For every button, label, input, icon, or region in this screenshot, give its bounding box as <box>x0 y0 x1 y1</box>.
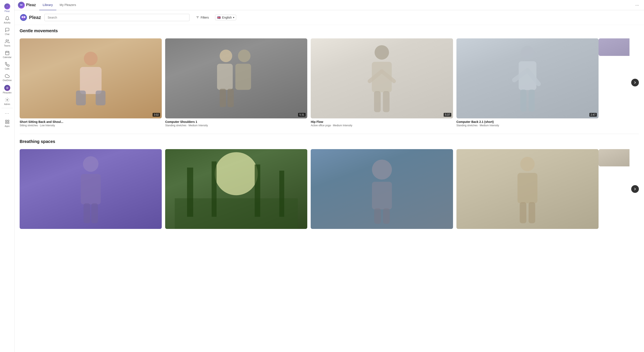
video-card-bs3[interactable] <box>311 149 453 229</box>
video-card-gm2[interactable]: 5:31 Computer Shoulders 1 Standing stret… <box>165 38 307 127</box>
gentle-movements-next-button[interactable] <box>631 79 639 86</box>
sidebar-item-admin[interactable]: Admin <box>0 96 14 107</box>
svg-point-14 <box>20 4 21 5</box>
video-card-gm3[interactable]: 5:37 Hip Flow Active office yoga · Mediu… <box>311 38 453 127</box>
sidebar-item-chat[interactable]: Chat <box>0 26 14 37</box>
gentle-movements-section: Gentle movements <box>14 25 644 38</box>
video-thumb-gm2: 5:31 <box>165 38 307 118</box>
video-duration-gm2: 5:31 <box>298 113 306 117</box>
svg-point-26 <box>220 50 232 62</box>
svg-rect-50 <box>187 168 193 217</box>
breathing-spaces-title: Breathing spaces <box>20 139 639 144</box>
svg-point-13 <box>20 3 23 7</box>
svg-rect-45 <box>81 174 100 204</box>
video-card-gm4[interactable]: 2:47 Computer Back 2.1 (short) Standing … <box>456 38 598 127</box>
breathing-spaces-cards <box>20 149 598 229</box>
svg-rect-31 <box>228 89 234 107</box>
calls-icon <box>5 62 10 67</box>
svg-rect-11 <box>5 122 6 124</box>
video-title-gm4: Computer Back 2.1 (short) <box>456 120 598 124</box>
video-card-bs2[interactable] <box>165 149 307 229</box>
video-duration-gm4: 2:47 <box>589 113 597 117</box>
pleaz-header-logo-text: Pleaz <box>29 15 41 20</box>
flag-icon: 🇬🇧 <box>217 16 221 19</box>
svg-rect-61 <box>528 202 535 223</box>
admin-icon <box>5 97 10 102</box>
svg-point-54 <box>372 160 392 180</box>
video-card-gm5-partial[interactable] <box>598 38 630 56</box>
svg-rect-10 <box>8 120 9 122</box>
sidebar-item-apps[interactable]: Apps <box>0 118 14 129</box>
svg-rect-35 <box>383 91 390 112</box>
svg-point-15 <box>22 4 22 5</box>
svg-point-38 <box>521 46 534 59</box>
svg-point-48 <box>215 152 258 195</box>
calendar-icon <box>5 50 10 56</box>
video-duration-gm3: 5:37 <box>444 113 451 117</box>
sidebar-item-calls[interactable]: Calls <box>0 60 14 72</box>
sidebar-item-onedrive[interactable]: OneDrive <box>0 72 14 83</box>
svg-point-18 <box>24 16 26 18</box>
breathing-spaces-row <box>14 149 644 234</box>
tab-my-pleazers[interactable]: My Pleazers <box>56 0 80 10</box>
gentle-movements-title: Gentle movements <box>20 28 639 33</box>
language-selector[interactable]: 🇬🇧 English ▾ <box>215 15 236 20</box>
titlebar-more-button[interactable]: ··· <box>634 2 640 8</box>
svg-rect-23 <box>80 67 101 94</box>
svg-text:P: P <box>7 88 8 89</box>
content-area: Pleaz Filters 🇬🇧 English ▾ Gentle moveme… <box>14 10 644 352</box>
sidebar-label-chat: Chat <box>5 33 10 36</box>
sidebar-label-pleaz: Pleaz <box>4 10 10 12</box>
video-card-bs4[interactable] <box>456 149 598 229</box>
svg-rect-24 <box>76 91 86 106</box>
svg-point-44 <box>83 156 98 172</box>
svg-rect-27 <box>217 64 233 90</box>
video-thumb-bs3 <box>311 149 453 229</box>
svg-rect-60 <box>520 202 526 223</box>
svg-point-1 <box>6 40 7 41</box>
sidebar-item-pleaz[interactable]: Pleaz <box>0 2 14 14</box>
chat-icon <box>5 27 10 32</box>
breathing-spaces-next-button[interactable] <box>631 185 639 193</box>
svg-rect-30 <box>220 89 226 107</box>
video-card-bs5-partial[interactable] <box>598 149 630 166</box>
sidebar-item-teams[interactable]: Teams <box>0 37 14 49</box>
teams-icon <box>5 39 10 44</box>
pleazdev-icon: P <box>4 85 10 91</box>
svg-point-17 <box>22 16 23 18</box>
video-card-gm1[interactable]: 3:02 Short Sitting Back and Shoul... Sit… <box>20 38 162 127</box>
video-subtitle-gm4: Standing stretches · Medium Intensity <box>456 124 598 127</box>
pleaz-logo-icon <box>18 2 25 8</box>
sidebar-item-activity[interactable]: Activity <box>0 14 14 26</box>
svg-point-28 <box>238 50 250 62</box>
sidebar-divider <box>2 108 13 108</box>
section-divider-1 <box>20 134 639 134</box>
titlebar-logo: Pleaz <box>18 2 36 8</box>
gentle-movements-row: 3:02 Short Sitting Back and Shoul... Sit… <box>14 38 644 132</box>
video-subtitle-gm1: Sitting stretches · Low Intensity <box>20 124 162 127</box>
search-input[interactable] <box>44 14 190 21</box>
video-duration-gm1: 3:02 <box>152 113 160 117</box>
sidebar-label-onedrive: OneDrive <box>2 79 12 82</box>
sidebar: Pleaz Activity Chat Teams <box>0 0 14 352</box>
titlebar-app-name: Pleaz <box>26 3 36 7</box>
filters-icon <box>196 16 199 19</box>
onedrive-icon <box>5 74 10 78</box>
video-subtitle-gm2: Standing stretches · Medium Intensity <box>165 124 307 127</box>
svg-rect-12 <box>8 122 9 124</box>
arrow-right-icon <box>633 81 637 84</box>
gentle-movements-cards: 3:02 Short Sitting Back and Shoul... Sit… <box>20 38 598 127</box>
language-label: English <box>222 16 232 19</box>
tab-library[interactable]: Library <box>39 0 56 10</box>
video-card-bs1[interactable] <box>20 149 162 229</box>
sidebar-item-calendar[interactable]: Calendar <box>0 49 14 60</box>
arrow-right-icon-2 <box>633 187 637 191</box>
sidebar-item-more[interactable]: ··· <box>0 109 14 118</box>
svg-rect-34 <box>374 91 381 112</box>
video-thumb-bs4 <box>456 149 598 229</box>
filters-button[interactable]: Filters <box>193 14 212 21</box>
svg-point-32 <box>375 45 389 60</box>
sidebar-item-pleazdev[interactable]: P Pleazdev <box>0 83 14 96</box>
svg-rect-41 <box>528 90 535 112</box>
titlebar-tabs: Library My Pleazers <box>39 0 634 10</box>
